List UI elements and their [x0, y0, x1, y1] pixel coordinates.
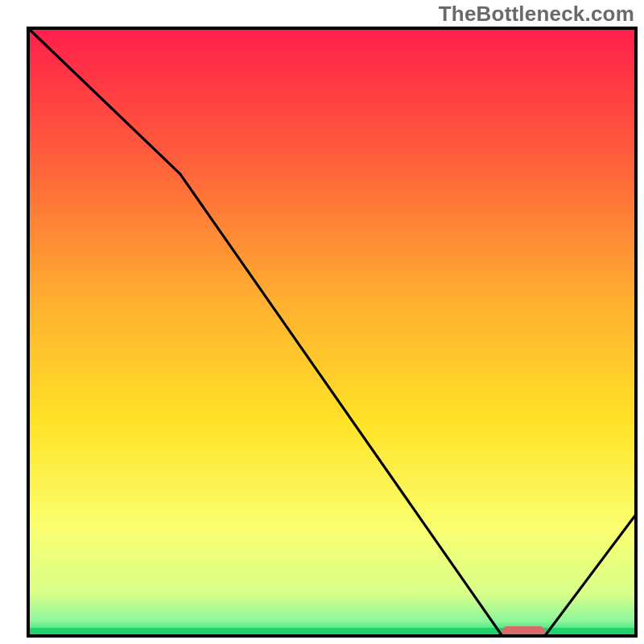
gradient-fill	[28, 28, 636, 636]
chart-container: { "watermark": "TheBottleneck.com", "cha…	[0, 0, 644, 644]
bottleneck-chart	[0, 0, 644, 644]
watermark-text: TheBottleneck.com	[439, 2, 634, 27]
